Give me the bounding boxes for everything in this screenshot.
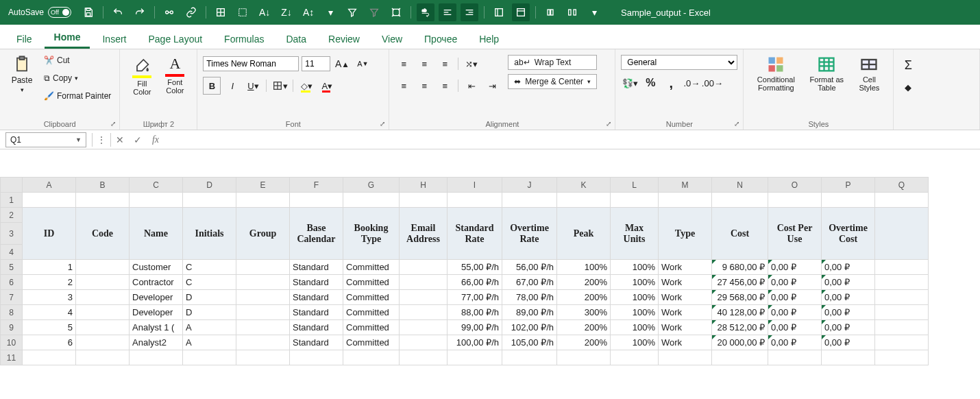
cell-B11[interactable] — [76, 350, 130, 365]
cell-I6[interactable]: 66,00 ₽/h — [448, 275, 502, 290]
cell-I1[interactable] — [448, 193, 502, 208]
sort-dialog-icon[interactable]: A↕ — [299, 3, 317, 21]
row-header-3[interactable]: 3 — [1, 223, 23, 245]
cell-N9[interactable]: 28 512,00 ₽ — [712, 320, 768, 335]
cell-I4[interactable] — [448, 245, 502, 260]
row-header-4[interactable]: 4 — [1, 245, 23, 260]
row-header-11[interactable]: 11 — [1, 350, 23, 365]
insert-function-icon[interactable]: ⋮ — [93, 132, 110, 147]
autosave-toggle[interactable]: AutoSave Off — [4, 7, 75, 18]
cell-C5[interactable]: Customer — [130, 260, 183, 275]
cell-Q5[interactable] — [875, 260, 929, 275]
cell-D5[interactable]: C — [183, 260, 236, 275]
cell-O11[interactable] — [768, 350, 822, 365]
cell-N3[interactable]: Cost — [712, 223, 768, 245]
row-header-7[interactable]: 7 — [1, 290, 23, 305]
alignment-dialog-launcher-icon[interactable]: ⤢ — [604, 119, 613, 128]
cell-G6[interactable]: Committed — [343, 275, 400, 290]
formula-input[interactable] — [164, 132, 980, 147]
tab-home[interactable]: Home — [45, 26, 90, 49]
cell-J11[interactable] — [502, 350, 557, 365]
cell-M3[interactable]: Type — [659, 223, 712, 245]
row-header-1[interactable]: 1 — [1, 193, 23, 208]
cell-E10[interactable] — [236, 335, 290, 350]
cell-L6[interactable]: 100% — [611, 275, 659, 290]
font-dialog-launcher-icon[interactable]: ⤢ — [378, 119, 387, 128]
fx-button[interactable]: fx — [147, 132, 164, 147]
cell-J4[interactable] — [502, 245, 557, 260]
cell-N10[interactable]: 20 000,00 ₽ — [712, 335, 768, 350]
cell-I11[interactable] — [448, 350, 502, 365]
ungroup-icon[interactable] — [563, 3, 581, 21]
cell-G4[interactable] — [343, 245, 400, 260]
cell-E5[interactable] — [236, 260, 290, 275]
undo-icon[interactable] — [109, 3, 127, 21]
cell-A11[interactable] — [23, 350, 76, 365]
cell-M11[interactable] — [659, 350, 712, 365]
column-header-N[interactable]: N — [712, 178, 768, 193]
cell-E7[interactable] — [236, 290, 290, 305]
number-dialog-launcher-icon[interactable]: ⤢ — [732, 119, 742, 128]
cell-H6[interactable] — [400, 275, 448, 290]
cell-P7[interactable]: 0,00 ₽ — [822, 290, 875, 305]
cell-L9[interactable]: 100% — [611, 320, 659, 335]
name-box[interactable]: Q1 ▼ — [5, 132, 86, 147]
cell-K10[interactable]: 200% — [557, 335, 611, 350]
column-header-B[interactable]: B — [76, 178, 130, 193]
cell-H7[interactable] — [400, 290, 448, 305]
tab-formulas[interactable]: Formulas — [215, 28, 273, 49]
comma-format-icon[interactable]: , — [662, 74, 680, 92]
row-header-8[interactable]: 8 — [1, 305, 23, 320]
cell-Q4[interactable] — [875, 245, 929, 260]
cell-E9[interactable] — [236, 320, 290, 335]
cell-K1[interactable] — [557, 193, 611, 208]
row-header-5[interactable]: 5 — [1, 260, 23, 275]
cell-G7[interactable]: Committed — [343, 290, 400, 305]
cell-L11[interactable] — [611, 350, 659, 365]
cell-J7[interactable]: 78,00 ₽/h — [502, 290, 557, 305]
cell-F1[interactable] — [290, 193, 343, 208]
cell-F5[interactable]: Standard — [290, 260, 343, 275]
group-icon[interactable] — [541, 3, 559, 21]
cell-C4[interactable] — [130, 245, 183, 260]
align-right-button[interactable]: ≡ — [436, 77, 454, 95]
cell-J1[interactable] — [502, 193, 557, 208]
cell-B2[interactable] — [76, 208, 130, 223]
column-header-H[interactable]: H — [400, 178, 448, 193]
select-all-corner[interactable] — [1, 178, 23, 193]
cell-L7[interactable]: 100% — [611, 290, 659, 305]
tab-view[interactable]: View — [372, 28, 412, 49]
cell-C10[interactable]: Analyst2 — [130, 335, 183, 350]
cell-M6[interactable]: Work — [659, 275, 712, 290]
cell-P3[interactable]: Overtime Cost — [822, 223, 875, 245]
cut-button[interactable]: ✂️ Cut — [41, 52, 114, 69]
cell-K2[interactable] — [557, 208, 611, 223]
cell-Q1[interactable] — [875, 193, 929, 208]
cell-J5[interactable]: 56,00 ₽/h — [502, 260, 557, 275]
touch-mode-icon[interactable] — [160, 3, 178, 21]
cell-C3[interactable]: Name — [130, 223, 183, 245]
cell-G9[interactable]: Committed — [343, 320, 400, 335]
cell-L5[interactable]: 100% — [611, 260, 659, 275]
cell-F3[interactable]: Base Calendar — [290, 223, 343, 245]
column-header-C[interactable]: C — [130, 178, 183, 193]
sort-asc-icon[interactable]: A↓ — [256, 3, 273, 21]
cell-H4[interactable] — [400, 245, 448, 260]
cell-N2[interactable] — [712, 208, 768, 223]
cell-F11[interactable] — [290, 350, 343, 365]
align-bottom-icon[interactable]: ≡ — [436, 55, 454, 73]
borders-button[interactable]: ▾ — [271, 77, 289, 95]
column-header-L[interactable]: L — [611, 178, 659, 193]
cell-N1[interactable] — [712, 193, 768, 208]
freeze-first-col-icon[interactable] — [490, 3, 508, 21]
cell-E6[interactable] — [236, 275, 290, 290]
cell-J3[interactable]: Overtime Rate — [502, 223, 557, 245]
cell-A3[interactable]: ID — [23, 223, 76, 245]
cell-D10[interactable]: A — [183, 335, 236, 350]
cell-H10[interactable] — [400, 335, 448, 350]
cell-K11[interactable] — [557, 350, 611, 365]
toggle-switch[interactable]: Off — [48, 7, 71, 18]
cell-M4[interactable] — [659, 245, 712, 260]
cell-P9[interactable]: 0,00 ₽ — [822, 320, 875, 335]
cell-D1[interactable] — [183, 193, 236, 208]
